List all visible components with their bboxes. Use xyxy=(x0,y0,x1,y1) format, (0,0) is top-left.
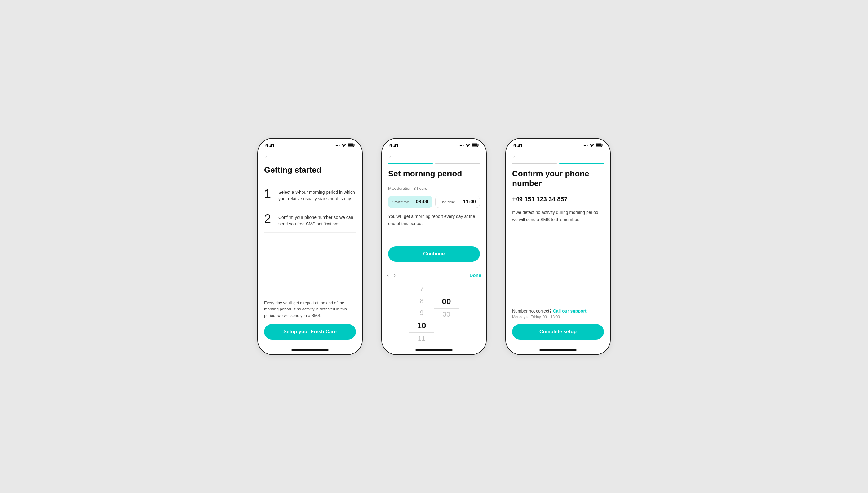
step-text-2: Confirm your phone number so we can send… xyxy=(278,212,356,227)
picker-hour-9[interactable]: 9 xyxy=(409,307,434,319)
support-hours: Monday to Friday, 09—18:00 xyxy=(512,315,604,319)
step-item-1: 1 Select a 3-hour morning period in whic… xyxy=(264,182,356,208)
not-correct-row: Number not correct? Call our support xyxy=(512,308,604,314)
screen2-cta-button[interactable]: Continue xyxy=(388,246,480,262)
back-button-3[interactable]: ← xyxy=(506,151,610,160)
screen2-title: Set morning period xyxy=(388,169,480,178)
time-selector-row: Start time 08:00 End time 11:00 xyxy=(388,196,480,208)
battery-icon xyxy=(348,143,355,148)
screen3-content: Confirm your phone number +49 151 123 34… xyxy=(506,164,610,347)
status-time-1: 9:41 xyxy=(265,143,275,148)
phone-number: +49 151 123 34 857 xyxy=(512,196,604,203)
step-number-1: 1 xyxy=(264,187,274,200)
support-section: Number not correct? Call our support Mon… xyxy=(512,308,604,319)
wifi-icon-3 xyxy=(589,143,594,148)
picker-nav: ‹ › Done xyxy=(382,269,486,281)
battery-icon-3 xyxy=(596,143,603,148)
screen3-title: Confirm your phone number xyxy=(512,169,604,188)
svg-rect-4 xyxy=(478,145,479,146)
screen2-content: Set morning period Max duration: 3 hours… xyxy=(382,164,486,269)
wifi-icon-2 xyxy=(465,143,470,148)
back-button-2[interactable]: ← xyxy=(382,151,486,160)
sms-info: If we detect no activity during morning … xyxy=(512,209,604,223)
home-indicator-2 xyxy=(415,349,453,351)
progress-area-3 xyxy=(506,160,610,164)
picker-drum: 7 8 9 10 11 00 30 xyxy=(382,281,486,347)
wifi-icon xyxy=(341,143,346,148)
morning-report-text: You will get a morning report every day … xyxy=(388,213,480,227)
status-icons-3: ▪▪▪ xyxy=(583,143,603,148)
picker-min-empty1 xyxy=(434,283,459,287)
progress-area-2 xyxy=(382,160,486,164)
phone-screen-1: 9:41 ▪▪▪ ← Getting started 1 Select a 3-… xyxy=(257,138,363,355)
picker-done-button[interactable]: Done xyxy=(470,273,481,278)
step-item-2: 2 Confirm your phone number so we can se… xyxy=(264,208,356,233)
home-indicator-1 xyxy=(291,349,329,351)
picker-minutes-col: 00 30 xyxy=(434,283,459,344)
picker-hour-7[interactable]: 7 xyxy=(409,283,434,295)
signal-icon-2: ▪▪▪ xyxy=(459,143,464,148)
picker-prev-button[interactable]: ‹ xyxy=(387,272,389,278)
battery-icon-2 xyxy=(472,143,479,148)
screen1-footer: Every day you'll get a report at the end… xyxy=(264,300,356,319)
end-time-pill[interactable]: End time 11:00 xyxy=(435,196,480,208)
picker-next-button[interactable]: › xyxy=(394,272,395,278)
step-text-1: Select a 3-hour morning period in which … xyxy=(278,187,356,202)
signal-icon: ▪▪▪ xyxy=(335,143,340,148)
svg-rect-7 xyxy=(602,145,603,146)
start-time-pill[interactable]: Start time 08:00 xyxy=(388,196,432,208)
phone-screen-2: 9:41 ▪▪▪ ← Set morning period Max durati… xyxy=(381,138,487,355)
picker-hour-10[interactable]: 10 xyxy=(409,319,434,333)
svg-rect-1 xyxy=(354,145,355,146)
picker-nav-buttons: ‹ › xyxy=(387,272,395,278)
signal-icon-3: ▪▪▪ xyxy=(583,143,588,148)
status-bar-1: 9:41 ▪▪▪ xyxy=(258,138,362,151)
picker-hour-11[interactable]: 11 xyxy=(409,333,434,344)
svg-rect-2 xyxy=(348,144,353,146)
status-time-2: 9:41 xyxy=(389,143,399,148)
svg-rect-5 xyxy=(473,144,477,146)
start-time-label: Start time xyxy=(392,200,409,204)
picker-min-empty3 xyxy=(434,291,459,295)
status-bar-2: 9:41 ▪▪▪ xyxy=(382,138,486,151)
status-icons-2: ▪▪▪ xyxy=(459,143,479,148)
home-indicator-3 xyxy=(539,349,577,351)
status-icons-1: ▪▪▪ xyxy=(335,143,355,148)
step-number-2: 2 xyxy=(264,212,274,225)
screen1-content: Getting started 1 Select a 3-hour mornin… xyxy=(258,160,362,347)
picker-hours-col: 7 8 9 10 11 xyxy=(409,283,434,344)
status-bar-3: 9:41 ▪▪▪ xyxy=(506,138,610,151)
screen2-subtitle: Max duration: 3 hours xyxy=(388,186,480,191)
svg-rect-8 xyxy=(596,144,601,146)
screen1-title: Getting started xyxy=(264,165,356,175)
screens-container: 9:41 ▪▪▪ ← Getting started 1 Select a 3-… xyxy=(257,138,611,355)
picker-min-00[interactable]: 00 xyxy=(434,295,459,308)
picker-min-30[interactable]: 30 xyxy=(434,308,459,320)
status-time-3: 9:41 xyxy=(513,143,523,148)
start-time-value: 08:00 xyxy=(416,199,429,205)
end-time-label: End time xyxy=(439,200,455,204)
picker-hour-8[interactable]: 8 xyxy=(409,295,434,307)
screen1-cta-button[interactable]: Setup your Fresh Care xyxy=(264,324,356,340)
screen3-cta-button[interactable]: Complete setup xyxy=(512,324,604,340)
call-support-link[interactable]: Call our support xyxy=(553,308,587,314)
phone-screen-3: 9:41 ▪▪▪ ← Confirm your phone number +49… xyxy=(505,138,611,355)
end-time-value: 11:00 xyxy=(463,199,476,205)
picker-min-empty2 xyxy=(434,287,459,291)
back-button-1[interactable]: ← xyxy=(258,151,362,160)
not-correct-text: Number not correct? xyxy=(512,308,552,314)
